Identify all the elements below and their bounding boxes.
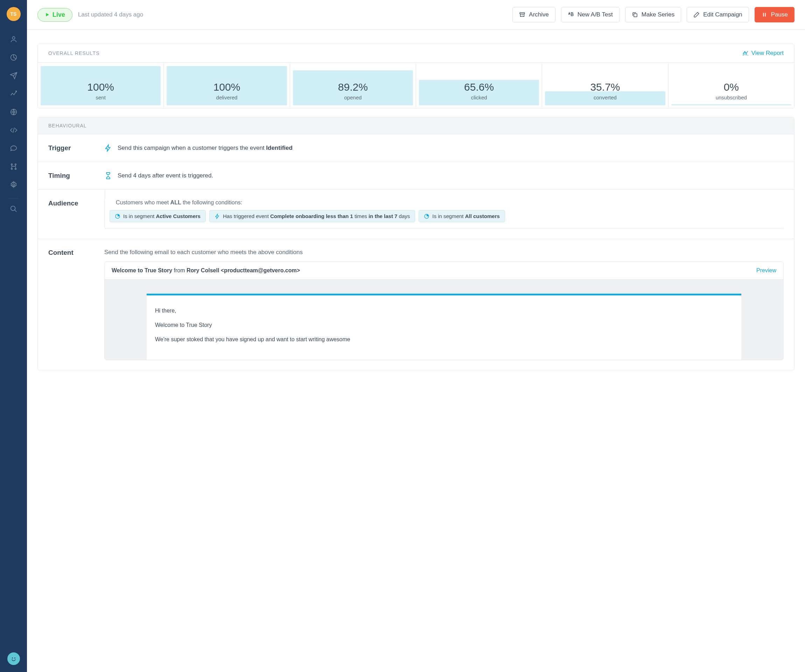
timing-text: Send 4 days after event is triggered. — [118, 172, 213, 179]
svg-point-0 — [12, 37, 15, 39]
behavioural-title: BEHAVIOURAL — [38, 117, 794, 134]
email-preview-body: Hi there, Welcome to True Story We're su… — [105, 280, 783, 360]
nav-search-icon[interactable] — [6, 201, 21, 217]
audience-chip[interactable]: Has triggered event Complete onboarding … — [209, 210, 415, 222]
svg-point-4 — [15, 164, 16, 165]
nav-settings-icon[interactable] — [6, 177, 21, 192]
metric-converted[interactable]: 35.7%converted — [542, 62, 668, 108]
metric-sent[interactable]: 100%sent — [38, 62, 164, 108]
svg-rect-14 — [763, 13, 764, 17]
metric-clicked[interactable]: 65.6%clicked — [416, 62, 542, 108]
trigger-text: Send this campaign when a customer trigg… — [118, 145, 292, 151]
results-title: OVERALL RESULTS — [48, 50, 100, 56]
audience-chips: Is in segment Active CustomersHas trigge… — [110, 210, 784, 222]
play-icon — [45, 12, 50, 17]
svg-point-6 — [15, 168, 16, 170]
email-subject-line: Welcome to True Story from Rory Colsell … — [112, 268, 300, 274]
nav-segments-icon[interactable] — [6, 50, 21, 65]
sidebar: TS — [0, 0, 27, 672]
metric-unsubscribed[interactable]: 0%unsubscribed — [669, 62, 794, 108]
email-greeting: Hi there, — [155, 306, 733, 315]
audience-row: Audience Customers who meet ALL the foll… — [38, 189, 794, 239]
pause-icon — [761, 12, 767, 18]
topbar: Live Last updated 4 days ago Archive New… — [27, 0, 805, 30]
nav-globe-icon[interactable] — [6, 104, 21, 120]
metric-opened[interactable]: 89.2%opened — [290, 62, 416, 108]
svg-point-7 — [13, 184, 15, 186]
make-series-button[interactable]: Make Series — [625, 7, 681, 22]
edit-campaign-button[interactable]: Edit Campaign — [687, 7, 749, 22]
svg-rect-13 — [634, 14, 637, 17]
svg-point-8 — [10, 206, 15, 211]
audience-intro: Customers who meet ALL the following con… — [110, 199, 784, 206]
timing-row: Timing Send 4 days after event is trigge… — [38, 162, 794, 189]
timing-label: Timing — [48, 172, 104, 179]
hourglass-icon — [104, 172, 112, 179]
status-label: Live — [53, 11, 65, 18]
svg-point-9 — [10, 655, 18, 662]
results-panel: OVERALL RESULTS View Report 100%sent100%… — [38, 44, 795, 108]
svg-rect-15 — [765, 13, 766, 17]
audience-chip[interactable]: Is in segment Active Customers — [110, 210, 206, 222]
email-card: Welcome to True Story from Rory Colsell … — [104, 261, 784, 360]
new-ab-test-button[interactable]: New A/B Test — [561, 7, 619, 22]
preview-link[interactable]: Preview — [756, 268, 776, 274]
view-report-link[interactable]: View Report — [743, 50, 784, 57]
user-avatar[interactable]: TS — [7, 7, 21, 21]
main-content: Live Last updated 4 days ago Archive New… — [27, 0, 805, 672]
trigger-row: Trigger Send this campaign when a custom… — [38, 134, 794, 162]
content-intro: Send the following email to each custome… — [104, 249, 784, 256]
nav-people-icon[interactable] — [6, 31, 21, 47]
chart-icon — [743, 50, 749, 56]
nav-divider — [8, 198, 19, 199]
trigger-label: Trigger — [48, 144, 104, 152]
svg-point-11 — [14, 658, 15, 659]
audience-chip[interactable]: Is in segment All customers — [419, 210, 505, 222]
edit-icon — [693, 12, 700, 18]
behavioural-panel: BEHAVIOURAL Trigger Send this campaign w… — [38, 117, 795, 370]
archive-icon — [519, 12, 525, 18]
ab-test-icon — [568, 12, 574, 18]
bolt-icon — [104, 144, 112, 152]
nav-flow-icon[interactable] — [6, 159, 21, 174]
email-line-2: We're super stoked that you have signed … — [155, 335, 733, 344]
nav-campaigns-icon[interactable] — [6, 68, 21, 83]
svg-point-3 — [11, 164, 12, 165]
svg-point-10 — [12, 658, 13, 659]
status-live-pill: Live — [38, 8, 72, 22]
svg-rect-12 — [520, 13, 525, 14]
svg-point-5 — [11, 168, 12, 170]
nav-chat-icon[interactable] — [6, 141, 21, 156]
audience-label: Audience — [48, 199, 104, 229]
pause-button[interactable]: Pause — [755, 7, 795, 22]
content-row: Content Send the following email to each… — [38, 239, 794, 370]
last-updated-text: Last updated 4 days ago — [78, 11, 143, 18]
nav-reports-icon[interactable] — [6, 86, 21, 102]
content-label: Content — [48, 249, 104, 360]
series-icon — [632, 12, 638, 18]
metric-delivered[interactable]: 100%delivered — [164, 62, 290, 108]
email-line-1: Welcome to True Story — [155, 320, 733, 330]
nav-code-icon[interactable] — [6, 123, 21, 138]
metrics-row: 100%sent100%delivered89.2%opened65.6%cli… — [38, 62, 794, 108]
nav-feedback-icon[interactable] — [7, 652, 20, 665]
archive-button[interactable]: Archive — [513, 7, 555, 22]
